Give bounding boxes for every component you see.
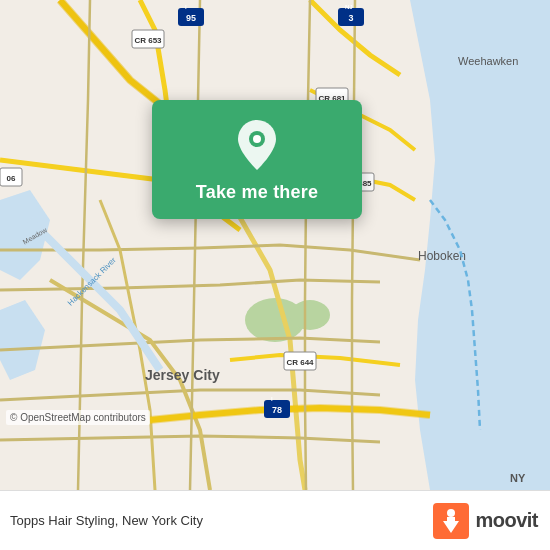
map-container: 95 I 3 NJ CR 653 CR 681 CR 685 CR 644 78…	[0, 0, 550, 490]
osm-attribution: © OpenStreetMap contributors	[6, 410, 150, 425]
svg-point-5	[290, 300, 330, 330]
bottom-bar: Topps Hair Styling, New York City moovit	[0, 490, 550, 550]
moovit-logo: moovit	[433, 503, 538, 539]
svg-text:Weehawken: Weehawken	[458, 55, 518, 67]
svg-text:NY: NY	[510, 472, 526, 484]
svg-text:95: 95	[186, 13, 196, 23]
svg-text:78: 78	[272, 405, 282, 415]
svg-text:NJ: NJ	[345, 4, 353, 10]
svg-text:3: 3	[348, 13, 353, 23]
location-pin-icon	[234, 118, 280, 172]
svg-text:Hoboken: Hoboken	[418, 249, 466, 263]
moovit-icon	[433, 503, 469, 539]
svg-text:CR 653: CR 653	[134, 36, 162, 45]
svg-text:06: 06	[7, 174, 16, 183]
svg-text:Jersey City: Jersey City	[145, 367, 220, 383]
svg-point-32	[253, 135, 261, 143]
moovit-wordmark: moovit	[475, 509, 538, 532]
svg-text:CR 644: CR 644	[286, 358, 314, 367]
svg-point-34	[447, 509, 455, 517]
svg-marker-1	[410, 0, 550, 490]
osm-text: © OpenStreetMap contributors	[10, 412, 146, 423]
take-me-there-popup[interactable]: Take me there	[152, 100, 362, 219]
location-text: Topps Hair Styling, New York City	[10, 513, 203, 528]
popup-label: Take me there	[196, 182, 318, 203]
